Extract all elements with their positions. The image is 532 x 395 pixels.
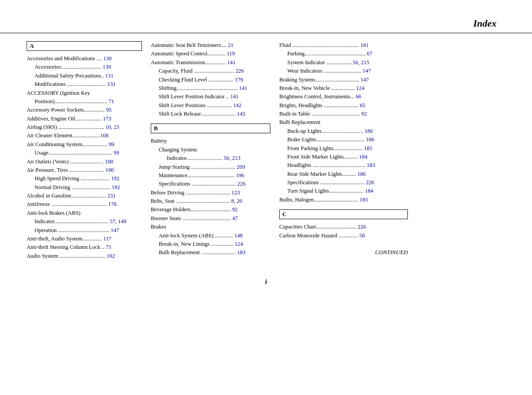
entry-battery-maintenance: Maintenance.............................… <box>151 171 270 180</box>
entry-accessories: Accessories.............................… <box>27 63 142 71</box>
entry-belts-seat: Belts, Seat ............................… <box>151 197 270 205</box>
entry-air-pressure: Air Pressure, Tires ....................… <box>27 166 142 174</box>
entry-brightness-control: Brightness Control, Instruments... 66 <box>279 93 408 101</box>
entry-alcohol: Alcohol in Gasoline.....................… <box>27 192 142 200</box>
entry-front-side-marker: Front Side Marker Lights.......... 184 <box>279 153 408 161</box>
entry-air-conditioning: Air Conditioning System.................… <box>27 140 142 149</box>
entry-battery-specs: Specifications .........................… <box>151 180 270 188</box>
entry-ign-position: Position)...............................… <box>27 97 142 106</box>
entry-jump-starting: Jump Starting ..........................… <box>151 163 270 171</box>
entry-air-cleaner: Air Cleaner Element....................1… <box>27 132 142 140</box>
entry-additives: Additives, Engine Oil...................… <box>27 115 142 123</box>
entry-builtin-table: Built-in Table .........................… <box>279 110 408 118</box>
entry-auto-seatbelt: Automatic Seat Belt Tensioners.... 21 <box>151 41 270 50</box>
entry-headlights: Headlights .............................… <box>279 161 408 170</box>
section-header-a: A <box>27 41 142 51</box>
entry-before-driving: Before Driving .........................… <box>151 189 270 197</box>
entry-breakin-vehicle: Break-in, New Vehicle ................. … <box>279 84 408 93</box>
entry-brakes: Brakes <box>151 223 270 231</box>
entry-carbon-monoxide: Carbon Monoxide Hazard .............. 50 <box>279 232 408 240</box>
entry-accessories-mod: Accessories and Modifications .... 130 <box>27 54 142 63</box>
continued-label: CONTINUED <box>279 249 408 256</box>
entry-bulb-specs: Specifications .........................… <box>279 178 408 187</box>
entry-modifications: Modifications ..........................… <box>27 80 142 89</box>
entry-airbag: Airbag (SRS) ...........................… <box>27 123 142 132</box>
column-b: Automatic Seat Belt Tensioners.... 21 Au… <box>151 41 279 260</box>
entry-system-indicator: System Indicator .................. 56, … <box>279 58 408 67</box>
entry-shift-lever-position-indicator: Shift Lever Position Indicator .. 141 <box>151 93 270 101</box>
entry-shift-lock: Shift Lock Release......................… <box>151 110 270 118</box>
page-header: Index <box>0 0 532 33</box>
entry-fluid: Fluid ..................................… <box>279 41 408 50</box>
column-a: A Accessories and Modifications .... 130… <box>27 41 151 260</box>
entry-usage: Usage...................................… <box>27 149 142 157</box>
entry-capacity-fluid: Capacity, Fluid ........................… <box>151 67 270 75</box>
entry-shifting: Shifting................................… <box>151 84 270 93</box>
entry-bulbs-halogen: Bulbs, Halogen..........................… <box>279 196 408 204</box>
entry-beverage-holders: Beverage Holders........................… <box>151 205 270 214</box>
entry-checking-fluid: Checking Fluid Level .................. … <box>151 76 270 84</box>
page: Index A Accessories and Modifications ..… <box>0 0 532 395</box>
entry-antitheft-steering: Anti-theft Steering Column Lock .. 71 <box>27 243 142 252</box>
entry-rear-side-marker: Rear Side Marker Lights.......... 186 <box>279 170 408 178</box>
entry-capacities-chart: Capacities Chart........................… <box>279 223 408 231</box>
entry-turn-signal: Turn Signal Lights......................… <box>279 187 408 195</box>
entry-abs-system: Anti-lock System (ABS) ............. 148 <box>151 232 270 240</box>
page-title: Index <box>473 18 497 29</box>
section-header-c: C <box>279 209 408 219</box>
entry-abs: Anti-lock Brakes (ABS) <box>27 209 142 217</box>
entry-abs-indicator: Indicator...............................… <box>27 217 142 226</box>
entry-booster-seats: Booster Seats ..........................… <box>151 214 270 223</box>
entry-bulb-replacement-b: Bulb Replacement .......................… <box>151 248 270 257</box>
entry-high-speed: High Speed Driving .....................… <box>27 174 142 183</box>
column-c: Fluid ..................................… <box>279 41 408 260</box>
entry-wear-indicators: Wear Indicators ........................… <box>279 67 408 75</box>
entry-parking: Parking.................................… <box>279 50 408 58</box>
entry-accessory-ign: ACCESSORY (Ignition Key <box>27 89 142 97</box>
entry-auto-trans: Automatic Transmission............... 14… <box>151 58 270 67</box>
entry-bulb-replacement: Bulb Replacement <box>279 118 408 127</box>
entry-front-parking: Front Parking Lights....................… <box>279 144 408 153</box>
entry-antitheft-audio: Anti-theft, Audio System.............. 1… <box>27 235 142 243</box>
entry-charging-indicator: Indicator.......................... 56, … <box>151 154 270 163</box>
entry-breakin-linings: Break-in, New Linings ................ 1… <box>151 240 270 248</box>
entry-safety-precautions: Additional Safety Precautions.. 131 <box>27 72 142 80</box>
entry-auto-speed: Automatic Speed Control............. 119 <box>151 50 270 58</box>
entry-brake-lights: Brake Lights............................… <box>279 136 408 144</box>
entry-shift-lever-positions: Shift Lever Positions ..................… <box>151 101 270 110</box>
page-number: i <box>0 278 532 286</box>
index-content: A Accessories and Modifications .... 130… <box>0 41 532 260</box>
entry-normal-driving: Normal Driving .........................… <box>27 183 142 192</box>
entry-air-outlets: Air Outlets (Vents) ....................… <box>27 158 142 166</box>
entry-battery: Battery <box>151 137 270 145</box>
entry-brights: Brights, Headlights ....................… <box>279 101 408 110</box>
entry-accessory-power: Accessory Power Sockets............... 9… <box>27 106 142 114</box>
entry-audio: Audio System ...........................… <box>27 252 142 260</box>
section-header-b: B <box>151 124 270 133</box>
entry-backup-lights: Back-up Lights..........................… <box>279 127 408 136</box>
entry-antifreeze: Antifreeze .............................… <box>27 200 142 209</box>
entry-charging-system: Charging System <box>151 146 270 154</box>
entry-braking-system: Braking System..........................… <box>279 76 408 84</box>
entry-abs-operation: Operation ..............................… <box>27 226 142 235</box>
